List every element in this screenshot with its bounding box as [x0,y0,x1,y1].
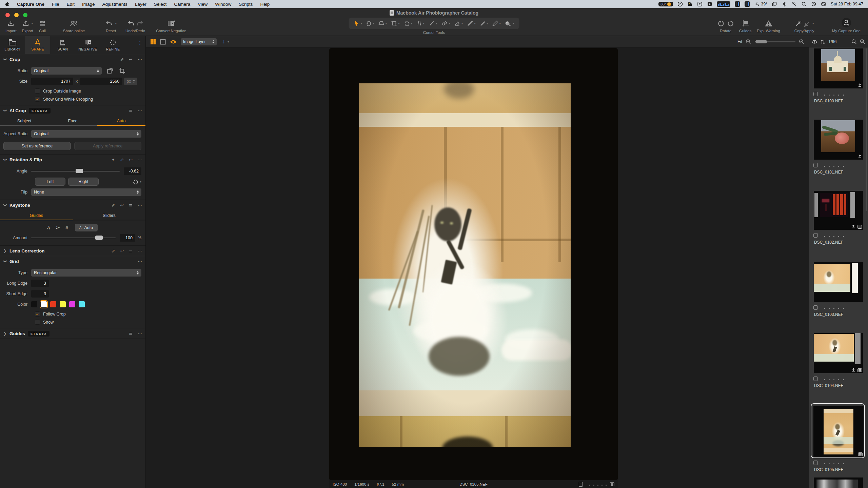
zoom-out-icon[interactable] [746,39,751,45]
rotation-auto-icon[interactable]: ✦ [111,157,115,162]
thumb-rating-dots[interactable] [820,232,844,238]
crop-apply-icon[interactable] [119,67,125,74]
add-layer-icon[interactable]: ＋ [221,38,227,46]
zoom-fit-label[interactable]: Fit [737,39,742,44]
crop-collapse-icon[interactable]: ❯ [3,58,7,61]
thumbnail-image[interactable] [814,48,863,88]
cull-button[interactable]: Cull [36,18,49,34]
viewer-canvas[interactable] [146,48,809,480]
guides-collapse-icon[interactable]: ❯ [3,331,7,336]
reset-button[interactable]: ▾ Reset [102,18,119,34]
convert-negative-button[interactable]: Convert Negative [153,18,189,34]
grid-color-yellow[interactable] [60,301,66,307]
menu-adjustments[interactable]: Adjustments [99,2,131,7]
lens-more-icon[interactable]: ⋯ [138,248,142,253]
show-grid-checkbox[interactable]: ✓ [35,97,40,102]
single-view-button[interactable] [160,39,166,45]
share-online-button[interactable]: Share online [60,18,88,34]
apple-menu-icon[interactable] [5,2,10,7]
menu-clock[interactable]: Sat 28 Feb 09:47 [831,2,863,6]
lens-presets-icon[interactable]: ≡ [129,248,133,253]
memory-usage-widget[interactable] [735,1,740,7]
keystone-reset-icon[interactable]: ↩ [120,203,124,208]
white-balance-tool-button[interactable]: ▾ [503,18,516,29]
thumbnail-cell[interactable]: DSC_0100.NEF [809,47,868,119]
thumb-rating-dots[interactable] [820,460,844,466]
show-checkbox-row[interactable]: Show [35,320,145,325]
exposure-warning-button[interactable]: Exp. Warning [754,18,783,34]
menu-edit[interactable]: Edit [63,2,78,7]
keystone-tab-sliders[interactable]: Sliders [73,211,146,220]
rating-dots[interactable] [586,482,607,486]
apply-reference-button[interactable]: Apply reference [74,142,142,150]
pan-tool-button[interactable]: ▾ [364,18,376,29]
thumb-select-checkbox[interactable] [813,377,818,381]
sort-order-icon[interactable] [821,39,825,44]
follow-crop-checkbox-row[interactable]: ✓ Follow Crop [35,311,145,317]
menu-window[interactable]: Window [211,2,235,7]
control-center-icon[interactable] [821,1,826,7]
rotate-left-90-button[interactable]: Left [35,178,65,186]
thumbnail-image[interactable] [814,191,863,230]
grid-color-white[interactable] [41,301,47,307]
menu-select[interactable]: Select [150,2,171,7]
rotation-reset-icon[interactable]: ↩ [129,157,133,162]
thumb-select-checkbox[interactable] [813,461,818,465]
thumbnail-zoom-icon[interactable] [860,39,865,44]
thumb-rating-dots[interactable] [820,375,844,382]
menu-file[interactable]: File [48,2,63,7]
thumbnail-cell[interactable]: DSC_0102.NEF [809,190,868,261]
guides-button[interactable]: Guides [736,18,754,34]
ai-crop-presets-icon[interactable]: ≡ [129,108,133,113]
set-as-reference-button[interactable]: Set as reference [3,142,71,150]
menu-help[interactable]: Help [257,2,274,7]
gradient-mask-tool-button[interactable]: ▾ [465,18,477,29]
thumbnail-cell[interactable]: DSC_0101.NEF [809,119,868,190]
crop-outside-checkbox[interactable] [35,88,40,94]
show-checkbox[interactable] [35,320,40,325]
grid-color-magenta[interactable] [69,301,75,307]
grid-color-red[interactable] [50,301,56,307]
crop-ratio-select[interactable]: Original [31,67,102,75]
keystone-vertical-icon[interactable]: ∕\ [48,225,50,230]
long-edge-input[interactable]: 3 [31,280,49,287]
image-select-checkbox[interactable] [579,482,583,487]
menu-layer[interactable]: Layer [131,2,150,7]
grid-color-black[interactable] [31,301,37,307]
crop-width-input[interactable]: 1707 [31,78,73,85]
ai-crop-tab-face[interactable]: Face [48,117,97,125]
cpu-usage-graph[interactable] [717,1,730,7]
heal-tool-button[interactable]: ▾ [439,18,452,29]
lens-expand-icon[interactable]: ⇗ [111,248,115,253]
keystone-more-icon[interactable]: ⋯ [138,203,142,208]
follow-crop-checkbox[interactable]: ✓ [35,311,40,317]
rotate-button[interactable]: Rotate [715,18,736,34]
crop-outside-checkbox-row[interactable]: Crop Outside Image [35,88,145,94]
crop-reset-icon[interactable]: ↩ [129,57,133,62]
thumb-rating-dots[interactable] [820,162,844,168]
command-widget-icon[interactable] [697,1,703,7]
keystone-tab-guides[interactable]: Guides [0,211,73,220]
shutter-app-icon[interactable] [707,1,712,7]
keystone-collapse-icon[interactable]: ❯ [3,203,7,207]
export-button[interactable]: ▾ Export [19,18,36,34]
loupe-tool-button[interactable]: ▾ [377,18,389,29]
menu-image[interactable]: Image [78,2,99,7]
lens-collapse-icon[interactable]: ❯ [3,249,7,253]
wifi-off-icon[interactable] [791,1,797,7]
copy-apply-button[interactable]: ▾ Copy/Apply [792,18,817,34]
menu-capture-one[interactable]: Capture One [13,2,48,7]
show-grid-checkbox-row[interactable]: ✓ Show Grid While Cropping [35,97,145,102]
amount-value[interactable]: 100 [120,234,135,242]
creative-cloud-icon[interactable] [677,1,683,7]
rotate-tool-button[interactable]: ▾ [402,18,414,29]
thumbnail-image[interactable] [814,120,863,160]
tab-scan[interactable]: SCAN [50,36,75,54]
grid-type-select[interactable]: Rectangular [31,269,141,277]
active-image[interactable] [329,48,618,481]
tab-library[interactable]: LIBRARY [0,36,25,54]
layer-select[interactable]: Image Layer [181,38,217,45]
annotate-tool-button[interactable]: ▾ [490,18,502,29]
short-edge-input[interactable]: 3 [31,290,49,298]
thumb-rating-dots[interactable] [820,91,844,97]
